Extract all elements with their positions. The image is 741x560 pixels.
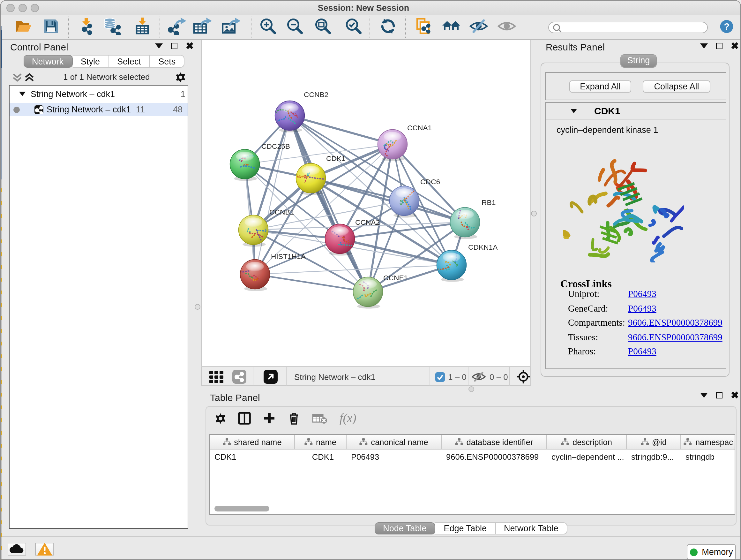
svg-text:HIST1H1A: HIST1H1A [271, 252, 306, 260]
svg-text:CDKN1A: CDKN1A [468, 243, 498, 251]
svg-text:CDC25B: CDC25B [261, 142, 290, 150]
svg-text:CCNB1: CCNB1 [269, 208, 294, 216]
svg-text:CCNE1: CCNE1 [383, 273, 408, 282]
svg-text:CDK1: CDK1 [326, 154, 346, 163]
svg-text:RB1: RB1 [482, 198, 495, 206]
svg-text:?: ? [724, 21, 730, 32]
svg-text:CCNA1: CCNA1 [407, 124, 432, 132]
svg-text:CCNA2: CCNA2 [355, 218, 380, 226]
svg-text:CDC6: CDC6 [420, 178, 440, 186]
svg-text:CCNB2: CCNB2 [304, 90, 328, 99]
